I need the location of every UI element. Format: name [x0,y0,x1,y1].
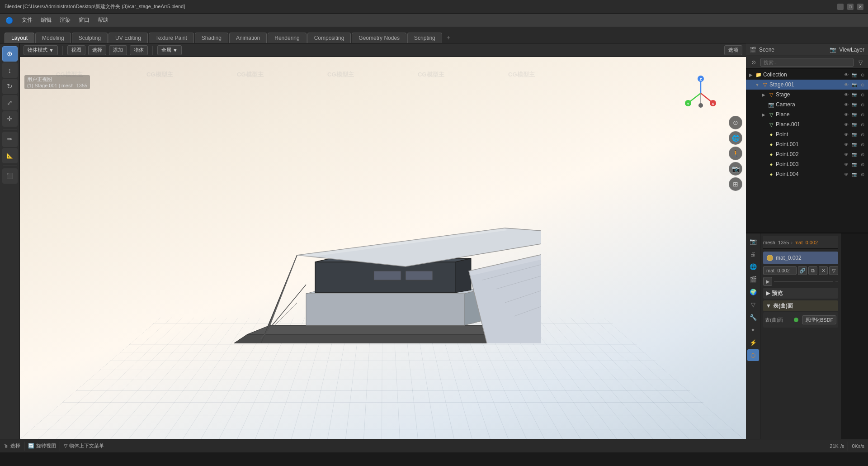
collection-render-button[interactable]: ⊙ [859,71,866,78]
tree-item-plane[interactable]: ▶ ▽ Plane 👁 📷 ⊙ [746,109,868,119]
stage001-eye-button[interactable]: 👁 [843,81,850,88]
transform-tool-button[interactable]: ✛ [2,111,18,127]
plane-render-button[interactable]: ⊙ [859,111,866,118]
add-workspace-button[interactable]: + [443,32,454,43]
material-list-item[interactable]: mat_0.002 [763,252,838,264]
scale-tool-button[interactable]: ⤢ [2,95,18,110]
point002-cam-button[interactable]: 📷 [851,151,858,158]
point003-render-button[interactable]: ⊙ [859,161,866,168]
outliner-display-button[interactable]: ⊙ [749,57,759,67]
world-props-tab[interactable]: 🌍 [747,286,759,298]
mat-browse-props-button[interactable]: mat_0.002 [763,266,797,275]
tab-shading[interactable]: Shading [195,33,228,43]
physics-tab[interactable]: ⚡ [747,337,759,348]
outliner-search-input[interactable] [760,58,854,67]
stage001-cam-button[interactable]: 📷 [851,81,858,88]
rotate-tool-button[interactable]: ↻ [2,79,18,94]
breadcrumb-mat[interactable]: mat_0.002 [794,240,818,245]
tab-compositing[interactable]: Compositing [307,33,351,43]
minimize-button[interactable]: — [837,4,844,10]
tab-animation[interactable]: Animation [229,33,267,43]
tree-item-point001[interactable]: ● Point.001 👁 📷 ⊙ [746,139,868,149]
viewport-gizmo[interactable]: Z X Y [683,75,719,111]
tree-item-point[interactable]: ● Point 👁 📷 ⊙ [746,129,868,139]
mat-duplicate-button[interactable]: ⧉ [808,266,817,275]
point004-eye-button[interactable]: 👁 [843,171,850,178]
add-menu-button[interactable]: 添加 [109,45,127,55]
point004-cam-button[interactable]: 📷 [851,171,858,178]
mat-filter2-button[interactable]: ▽ [829,266,838,275]
annotate-tool-button[interactable]: ✏ [2,132,18,147]
point002-render-button[interactable]: ⊙ [859,151,866,158]
tab-texture-paint[interactable]: Texture Paint [149,33,194,43]
render-props-tab[interactable]: 📷 [747,235,759,247]
tree-item-stage001[interactable]: ▼ ▽ Stage.001 👁 📷 ⊙ [746,80,868,90]
surface-shader-value[interactable]: 原理化BSDF [802,315,836,324]
point-cam-button[interactable]: 📷 [851,131,858,138]
surface-section-header[interactable]: ▼ 表(曲)面 [763,300,838,311]
cursor-tool-button[interactable]: ⊕ [2,46,18,62]
object-mode-button[interactable]: 物体模式 ▼ [24,45,58,55]
tree-item-camera[interactable]: 📷 Camera 👁 📷 ⊙ [746,100,868,109]
point004-render-button[interactable]: ⊙ [859,171,866,178]
maximize-button[interactable]: □ [847,4,854,10]
point001-cam-button[interactable]: 📷 [851,141,858,148]
camera-cam-button[interactable]: 📷 [851,101,858,108]
collection-expand-arrow[interactable]: ▶ [748,71,754,78]
move-tool-button[interactable]: ↕ [2,62,18,78]
breadcrumb-mesh[interactable]: mesh_1355 [763,240,789,245]
tree-item-plane001[interactable]: ▽ Plane.001 👁 📷 ⊙ [746,119,868,129]
tree-item-point003[interactable]: ● Point.003 👁 📷 ⊙ [746,159,868,169]
camera-view-button[interactable]: 📷 [729,162,742,176]
object-props-tab[interactable]: ▽ [747,299,759,310]
menu-render[interactable]: 渲染 [56,15,74,25]
viewport-canvas[interactable]: CG模型主 CG模型主 CG模型主 CG模型主 CG模型主 CG模型主 [20,57,746,439]
options-button[interactable]: 选项 [724,45,742,55]
collection-eye-button[interactable]: 👁 [843,71,850,78]
point-render-button[interactable]: ⊙ [859,131,866,138]
menu-edit[interactable]: 编辑 [37,15,55,25]
plane-eye-button[interactable]: 👁 [843,111,850,118]
point001-eye-button[interactable]: 👁 [843,141,850,148]
walk-nav-button[interactable]: 🚶 [729,147,742,160]
stage-eye-button[interactable]: 👁 [843,91,850,98]
tab-rendering[interactable]: Rendering [268,33,306,43]
tab-uv-editing[interactable]: UV Editing [108,33,148,43]
view-menu-button[interactable]: 视图 [67,45,85,55]
view-layer-tab[interactable]: 🌐 [747,261,759,272]
scene-props-tab[interactable]: 🎬 [747,273,759,285]
tree-item-point002[interactable]: ● Point.002 👁 📷 ⊙ [746,149,868,159]
grid-overlay-button[interactable]: ⊞ [729,177,742,191]
outliner-filter-button[interactable]: ▽ [855,57,865,67]
local-global-button[interactable]: 🌐 [729,131,742,145]
expand-button[interactable]: ▶ [763,277,772,286]
plane001-cam-button[interactable]: 📷 [851,121,858,128]
stage-render-button[interactable]: ⊙ [859,91,866,98]
modifier-tab[interactable]: 🔧 [747,311,759,323]
tab-sculpting[interactable]: Sculpting [72,33,108,43]
tree-item-collection[interactable]: ▶ 📁 Collection 👁 📷 ⊙ [746,70,868,80]
mat-close-button[interactable]: ✕ [819,266,828,275]
ruler-tool-button[interactable]: 📐 [2,148,18,163]
camera-render-button[interactable]: ⊙ [859,101,866,108]
plane-cam-button[interactable]: 📷 [851,111,858,118]
plane-expand-arrow[interactable]: ▶ [760,111,767,118]
perspective-button[interactable]: ⊙ [729,116,742,129]
point001-render-button[interactable]: ⊙ [859,141,866,148]
mat-link-button[interactable]: 🔗 [798,266,807,275]
stage-cam-button[interactable]: 📷 [851,91,858,98]
collection-cam-button[interactable]: 📷 [851,71,858,78]
particles-tab[interactable]: ✦ [747,324,759,336]
tab-modeling[interactable]: Modeling [35,33,71,43]
select-menu-button[interactable]: 选择 [88,45,106,55]
preview-section-header[interactable]: ▶ 预览 [763,288,838,299]
plane001-eye-button[interactable]: 👁 [843,121,850,128]
add-cube-button[interactable]: ⬛ [2,168,18,184]
stage001-render-button[interactable]: ⊙ [859,81,866,88]
camera-eye-button[interactable]: 👁 [843,101,850,108]
output-props-tab[interactable]: 🖨 [747,248,759,260]
close-button[interactable]: ✕ [857,4,863,10]
menu-help[interactable]: 帮助 [94,15,112,25]
tab-layout[interactable]: Layout [5,33,34,43]
tree-item-point004[interactable]: ● Point.004 👁 📷 ⊙ [746,169,868,179]
